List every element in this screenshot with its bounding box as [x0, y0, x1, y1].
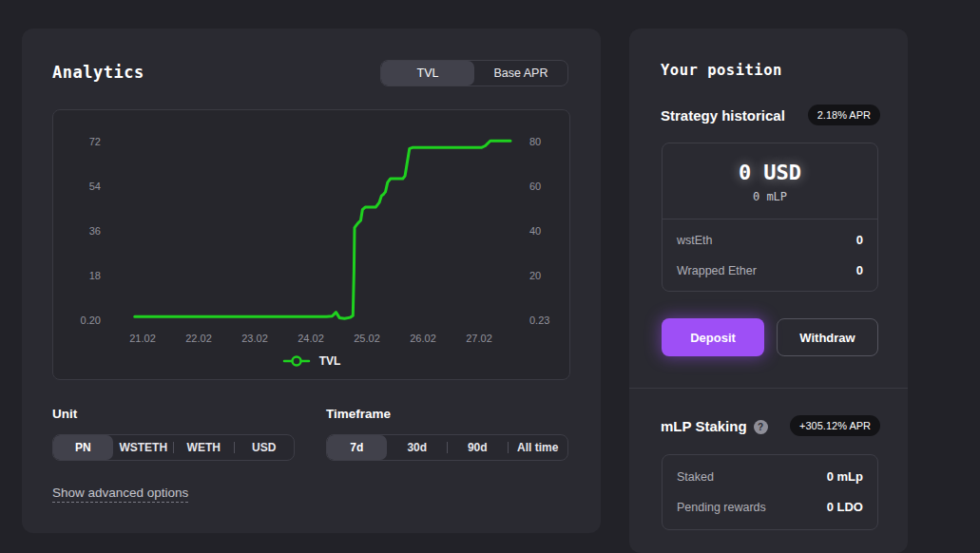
asset-label: wstEth	[677, 234, 713, 247]
x-axis-tick: 22.02	[185, 333, 212, 344]
unit-option-wsteth[interactable]: WSTETH	[114, 435, 174, 460]
y-axis-right-tick: 80	[529, 136, 541, 147]
timeframe-option-30d[interactable]: 30d	[388, 435, 448, 460]
staked-value: 0 mLp	[827, 469, 863, 484]
unit-section-label: Unit	[52, 407, 77, 421]
unit-selector: PN WSTETH WETH USD	[52, 434, 295, 461]
chart-legend: TVL	[53, 353, 569, 370]
section-divider	[629, 388, 908, 389]
show-advanced-options-link[interactable]: Show advanced options	[52, 486, 188, 503]
timeframe-option-90d[interactable]: 90d	[448, 435, 508, 460]
x-axis-tick: 25.02	[354, 333, 380, 344]
toggle-base-apr[interactable]: Base APR	[474, 61, 567, 86]
asset-row-wsteth: wstEth 0	[677, 233, 863, 247]
help-icon[interactable]: ?	[754, 420, 768, 434]
y-axis-right-tick: 20	[529, 270, 541, 281]
asset-value: 0	[856, 233, 863, 247]
y-axis-right-tick: 60	[529, 181, 541, 192]
position-summary-box: 0 USD 0 mLP wstEth 0 Wrapped Ether 0	[662, 143, 878, 292]
y-axis-left-tick: 72	[89, 136, 101, 147]
strategy-label: Strategy historical	[661, 107, 785, 124]
tvl-legend-marker-icon	[282, 354, 311, 368]
tvl-line-series	[135, 141, 510, 318]
staking-header: mLP Staking? +305.12% APR	[661, 415, 880, 436]
asset-row-wrapped-ether: Wrapped Ether 0	[677, 263, 863, 277]
total-usd-value: 0 USD	[663, 161, 877, 184]
staked-row: Staked 0 mLp	[677, 469, 863, 484]
x-axis-tick: 23.02	[241, 333, 268, 344]
strategy-header: Strategy historical 2.18% APR	[661, 105, 880, 125]
pending-rewards-label: Pending rewards	[677, 501, 766, 514]
staking-apr-badge: +305.12% APR	[790, 415, 880, 436]
x-axis-tick: 26.02	[410, 333, 436, 344]
x-axis-tick: 27.02	[466, 333, 492, 344]
y-axis-left-tick: 18	[89, 270, 101, 281]
y-axis-left-tick: 36	[89, 225, 101, 237]
tvl-chart-svg: 0.20183654720.232040608021.0222.0223.022…	[53, 110, 569, 379]
tvl-chart: 0.20183654720.232040608021.0222.0223.022…	[52, 109, 570, 380]
chart-view-toggle: TVL Base APR	[380, 60, 568, 86]
staked-label: Staked	[677, 470, 714, 484]
y-axis-right-tick: 0.23	[529, 315, 549, 326]
unit-option-pn[interactable]: PN	[53, 435, 113, 460]
timeframe-option-7d[interactable]: 7d	[327, 435, 387, 460]
staking-box: Staked 0 mLp Pending rewards 0 LDO	[662, 454, 878, 530]
analytics-title: Analytics	[52, 63, 144, 82]
deposit-button[interactable]: Deposit	[662, 318, 764, 356]
x-axis-tick: 21.02	[129, 333, 156, 344]
strategy-apr-badge: 2.18% APR	[808, 105, 880, 125]
analytics-card: Analytics TVL Base APR 0.20183654720.232…	[22, 29, 601, 533]
position-title: Your position	[661, 62, 782, 79]
staking-title: mLP Staking?	[661, 418, 768, 434]
y-axis-left-tick: 0.20	[81, 315, 101, 326]
action-buttons: Deposit Withdraw	[662, 318, 878, 356]
timeframe-selector: 7d 30d 90d All time	[326, 434, 568, 461]
asset-value: 0	[856, 263, 863, 277]
pending-rewards-row: Pending rewards 0 LDO	[677, 500, 863, 514]
x-axis-tick: 24.02	[298, 333, 324, 344]
y-axis-left-tick: 54	[89, 181, 101, 192]
unit-option-usd[interactable]: USD	[235, 435, 295, 460]
timeframe-option-alltime[interactable]: All time	[509, 435, 568, 460]
legend-label: TVL	[319, 354, 341, 368]
total-mlp-value: 0 mLP	[663, 190, 877, 203]
toggle-tvl[interactable]: TVL	[381, 61, 474, 86]
withdraw-button[interactable]: Withdraw	[777, 318, 878, 356]
y-axis-right-tick: 40	[529, 225, 541, 237]
timeframe-section-label: Timeframe	[326, 407, 391, 421]
pending-rewards-value: 0 LDO	[827, 500, 863, 514]
position-card: Your position Strategy historical 2.18% …	[629, 29, 908, 553]
asset-label: Wrapped Ether	[677, 264, 757, 277]
unit-option-weth[interactable]: WETH	[174, 435, 234, 460]
